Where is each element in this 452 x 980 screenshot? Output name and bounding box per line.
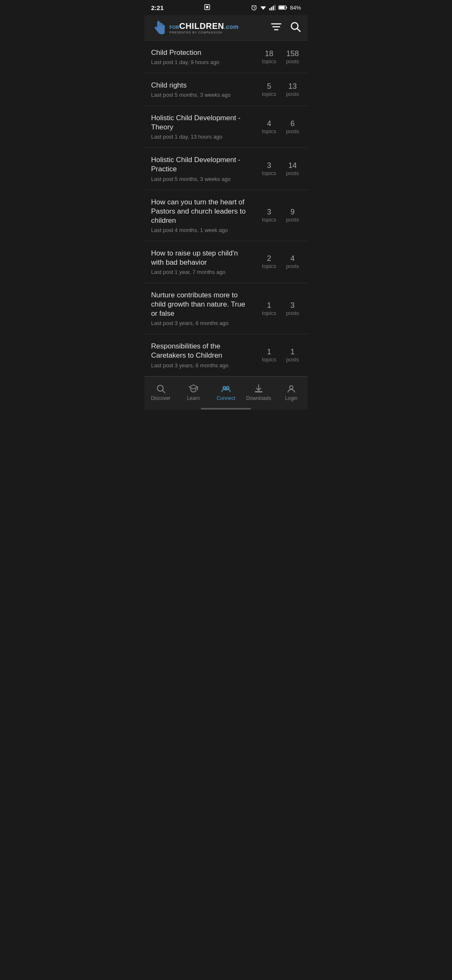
logo-hand-icon (151, 20, 166, 35)
search-button[interactable] (290, 21, 301, 34)
forum-item[interactable]: How to raise up step child'n with bad be… (144, 241, 308, 283)
svg-rect-14 (286, 7, 287, 8)
nav-item-learn[interactable]: Learn (177, 381, 210, 404)
topics-count: 2 (261, 254, 277, 263)
nav-item-discover[interactable]: Discover (144, 381, 177, 404)
svg-line-23 (297, 28, 300, 31)
topics-count: 1 (261, 348, 277, 356)
svg-rect-29 (255, 391, 262, 392)
svg-rect-11 (275, 5, 276, 10)
discover-icon (156, 384, 166, 394)
forum-info: Holistic Child Development - Theory Last… (151, 113, 255, 140)
topics-stat: 2 topics (261, 254, 277, 269)
posts-label: posts (284, 310, 301, 316)
forum-last-post: Last post 4 months, 1 week ago (151, 227, 250, 233)
forum-info: Responsibilities of the Caretakers to Ch… (151, 342, 255, 368)
forum-stats: 5 topics 13 posts (255, 82, 301, 97)
svg-point-30 (290, 386, 293, 389)
nav-item-login[interactable]: Login (275, 381, 308, 404)
forum-title: Responsibilities of the Caretakers to Ch… (151, 342, 250, 360)
posts-stat: 3 posts (284, 301, 301, 316)
nav-item-connect[interactable]: Connect (210, 381, 242, 404)
svg-marker-7 (260, 6, 266, 10)
topics-stat: 18 topics (261, 49, 277, 64)
forum-item[interactable]: Nurture contributes more to child growth… (144, 283, 308, 334)
svg-line-6 (255, 5, 256, 6)
forum-item[interactable]: Holistic Child Development - Theory Last… (144, 106, 308, 148)
posts-count: 13 (284, 82, 301, 91)
topics-count: 3 (261, 161, 277, 170)
status-right-icons: 84% (251, 4, 301, 11)
nav-label-learn: Learn (187, 395, 200, 401)
forum-last-post: Last post 3 years, 6 months ago (151, 362, 250, 369)
posts-count: 1 (284, 348, 301, 356)
forum-stats: 2 topics 4 posts (255, 254, 301, 269)
forum-item[interactable]: Holistic Child Development - Practice La… (144, 148, 308, 190)
screenshot-icon (204, 4, 211, 12)
svg-point-27 (223, 387, 226, 389)
posts-label: posts (284, 263, 301, 269)
alarm-icon (251, 4, 257, 11)
posts-count: 9 (284, 208, 301, 217)
forum-last-post: Last post 1 day, 13 hours ago (151, 134, 250, 140)
forum-item[interactable]: How can you turn the heart of Pastors an… (144, 190, 308, 241)
forum-item[interactable]: Child rights Last post 5 months, 3 weeks… (144, 73, 308, 106)
svg-rect-10 (273, 6, 274, 10)
downloads-icon (254, 384, 264, 394)
topics-label: topics (261, 310, 277, 316)
topics-stat: 3 topics (261, 208, 277, 223)
posts-stat: 158 posts (284, 49, 301, 64)
posts-count: 158 (284, 49, 301, 58)
forum-title: Holistic Child Development - Theory (151, 113, 250, 132)
topics-label: topics (261, 170, 277, 176)
battery-icon (278, 5, 288, 10)
posts-stat: 1 posts (284, 348, 301, 363)
logo-subtitle: PRESENTED BY COMPASSION (170, 31, 239, 34)
forum-last-post: Last post 1 year, 7 months ago (151, 269, 250, 275)
signal-icon (269, 4, 276, 11)
forum-stats: 4 topics 6 posts (255, 119, 301, 134)
forum-info: How to raise up step child'n with bad be… (151, 249, 255, 275)
topics-label: topics (261, 128, 277, 134)
forum-title: How to raise up step child'n with bad be… (151, 249, 250, 267)
forum-title: Child rights (151, 81, 250, 90)
forum-stats: 18 topics 158 posts (255, 49, 301, 64)
svg-line-5 (252, 5, 253, 6)
topics-count: 5 (261, 82, 277, 91)
posts-label: posts (284, 128, 301, 134)
login-icon (286, 384, 296, 394)
svg-rect-1 (206, 6, 208, 8)
posts-count: 14 (284, 161, 301, 170)
forum-last-post: Last post 5 months, 3 weeks ago (151, 92, 250, 98)
bottom-nav: Discover Learn Connect Downloads Login (144, 377, 308, 410)
topics-label: topics (261, 263, 277, 269)
app-header: FOR CHILDREN.com PRESENTED BY COMPASSION (144, 15, 308, 41)
forum-item[interactable]: Child Protection Last post 1 day, 9 hour… (144, 41, 308, 73)
forum-stats: 3 topics 14 posts (255, 161, 301, 176)
topics-label: topics (261, 356, 277, 363)
posts-label: posts (284, 58, 301, 64)
forum-item[interactable]: Responsibilities of the Caretakers to Ch… (144, 334, 308, 376)
nav-label-discover: Discover (151, 395, 171, 401)
forum-info: Child Protection Last post 1 day, 9 hour… (151, 48, 255, 65)
forum-title: Holistic Child Development - Practice (151, 155, 250, 174)
nav-item-downloads[interactable]: Downloads (242, 381, 275, 404)
learn-icon (188, 384, 198, 394)
forum-list: Child Protection Last post 1 day, 9 hour… (144, 41, 308, 377)
topics-stat: 1 topics (261, 301, 277, 316)
header-actions (271, 21, 301, 34)
posts-label: posts (284, 91, 301, 97)
topics-count: 3 (261, 208, 277, 217)
battery-level: 84% (290, 5, 301, 11)
topics-label: topics (261, 91, 277, 97)
status-bar: 2:21 84% (144, 0, 308, 15)
forum-stats: 1 topics 3 posts (255, 301, 301, 316)
forum-info: How can you turn the heart of Pastors an… (151, 198, 255, 233)
nav-label-connect: Connect (217, 395, 236, 401)
topics-stat: 1 topics (261, 348, 277, 363)
posts-label: posts (284, 217, 301, 223)
topics-count: 4 (261, 119, 277, 128)
filter-button[interactable] (271, 22, 282, 33)
posts-stat: 6 posts (284, 119, 301, 134)
nav-label-downloads: Downloads (246, 395, 271, 401)
